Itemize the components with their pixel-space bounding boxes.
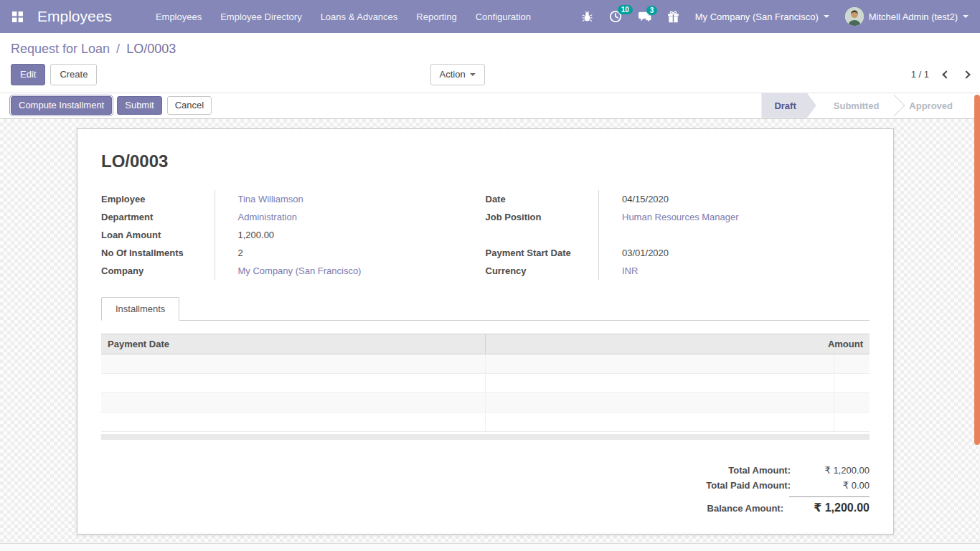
field-label-no-of-installments: No Of Installments xyxy=(101,244,215,262)
column-header-payment-date[interactable]: Payment Date xyxy=(101,334,486,354)
field-value-payment-start-date: 03/01/2020 xyxy=(599,244,870,262)
status-steps: Draft Submitted Approved xyxy=(761,93,980,118)
installments-table: Payment Date Amount xyxy=(101,334,870,432)
table-row[interactable] xyxy=(101,373,870,392)
field-label-loan-amount: Loan Amount xyxy=(101,226,215,244)
edit-button[interactable]: Edit xyxy=(11,64,45,85)
statusbar: Compute Installment Submit Cancel Draft … xyxy=(0,93,980,119)
field-value-currency[interactable]: INR xyxy=(599,262,870,280)
totals: Total Amount: ₹ 1,200.00 Total Paid Amou… xyxy=(654,463,870,517)
avatar xyxy=(845,7,864,26)
action-label: Action xyxy=(439,69,465,80)
form-view-background: LO/0003 Employee Tina Williamson Departm… xyxy=(0,119,980,548)
field-label-job-position: Job Position xyxy=(486,208,599,226)
apps-menu-icon[interactable] xyxy=(7,6,27,27)
compute-installment-button[interactable]: Compute Installment xyxy=(11,96,112,115)
field-groups: Employee Tina Williamson Department Admi… xyxy=(101,190,870,280)
debug-bug-icon[interactable] xyxy=(581,11,593,23)
field-label-company: Company xyxy=(101,262,215,280)
field-label-date: Date xyxy=(486,190,599,208)
table-row[interactable] xyxy=(101,392,870,412)
field-value-date: 04/15/2020 xyxy=(599,190,870,208)
tab-installments[interactable]: Installments xyxy=(101,297,179,321)
breadcrumb-current: LO/0003 xyxy=(126,42,176,56)
control-panel: Request for Loan / LO/0003 Edit Create A… xyxy=(0,33,980,93)
total-amount-value: ₹ 1,200.00 xyxy=(796,465,870,476)
messages-button[interactable]: 3 xyxy=(638,11,651,23)
field-value-loan-amount: 1,200.00 xyxy=(215,226,486,244)
menu-item-configuration[interactable]: Configuration xyxy=(466,0,540,33)
state-draft[interactable]: Draft xyxy=(761,93,816,118)
field-value-employee[interactable]: Tina Williamson xyxy=(215,190,486,208)
activity-count-badge: 10 xyxy=(618,5,633,14)
gift-icon xyxy=(667,11,679,23)
pager-value: 1 / 1 xyxy=(911,69,929,80)
vertical-scrollbar-thumb[interactable] xyxy=(974,95,980,445)
total-paid-amount-label: Total Paid Amount: xyxy=(706,480,791,491)
field-label-currency: Currency xyxy=(486,262,599,280)
form-sheet: LO/0003 Employee Tina Williamson Departm… xyxy=(77,128,894,534)
chevron-down-icon xyxy=(470,73,476,76)
column-header-amount[interactable]: Amount xyxy=(486,334,870,354)
table-row[interactable] xyxy=(101,354,870,373)
field-label-payment-start-date: Payment Start Date xyxy=(486,244,599,262)
menu-item-employee-directory[interactable]: Employee Directory xyxy=(211,0,311,33)
menu-item-employees[interactable]: Employees xyxy=(146,0,211,33)
field-label-department: Department xyxy=(101,208,215,226)
create-button[interactable]: Create xyxy=(50,64,97,85)
grid-icon xyxy=(12,11,23,22)
breadcrumb-parent-link[interactable]: Request for Loan xyxy=(11,42,110,56)
field-label-employee: Employee xyxy=(101,190,215,208)
total-amount-label: Total Amount: xyxy=(728,465,791,476)
company-name: My Company (San Francisco) xyxy=(695,11,819,22)
balance-amount-label: Balance Amount: xyxy=(707,503,783,514)
user-name: Mitchell Admin (test2) xyxy=(869,11,958,22)
tab-bar: Installments xyxy=(101,297,870,321)
menu-item-loans-advances[interactable]: Loans & Advances xyxy=(311,0,407,33)
field-group-left: Employee Tina Williamson Department Admi… xyxy=(101,190,486,280)
chevron-down-icon xyxy=(824,15,829,18)
breadcrumb-separator: / xyxy=(113,42,123,56)
horizontal-scrollbar-track xyxy=(0,543,980,551)
company-switcher[interactable]: My Company (San Francisco) xyxy=(695,11,829,22)
systray: 10 3 My Company (San Francisco) xyxy=(581,7,969,26)
activities-button[interactable]: 10 xyxy=(609,10,622,23)
menu-item-reporting[interactable]: Reporting xyxy=(407,0,466,33)
user-menu[interactable]: Mitchell Admin (test2) xyxy=(845,7,969,26)
field-value-department[interactable]: Administration xyxy=(215,208,486,226)
notebook: Installments Payment Date Amount xyxy=(101,297,870,440)
balance-amount-value: ₹ 1,200.00 xyxy=(789,496,870,514)
pager-next-icon[interactable] xyxy=(962,70,970,78)
pager: 1 / 1 xyxy=(911,69,969,80)
field-row-spacer xyxy=(486,226,870,244)
total-paid-amount-value: ₹ 0.00 xyxy=(796,480,870,491)
action-dropdown-button[interactable]: Action xyxy=(430,64,484,85)
chevron-down-icon xyxy=(963,15,969,18)
field-value-company[interactable]: My Company (San Francisco) xyxy=(215,262,486,280)
field-value-no-of-installments: 2 xyxy=(215,244,486,262)
list-footer xyxy=(101,434,870,440)
app-title[interactable]: Employees xyxy=(37,8,112,25)
top-navbar: Employees Employees Employee Directory L… xyxy=(0,0,980,33)
bug-icon xyxy=(581,11,593,23)
gift-button[interactable] xyxy=(667,11,679,23)
pager-previous-icon[interactable] xyxy=(942,70,950,78)
cancel-button[interactable]: Cancel xyxy=(167,96,212,115)
control-panel-buttons: Edit Create Action 1 / 1 xyxy=(11,64,969,93)
record-title: LO/0003 xyxy=(101,151,870,171)
message-count-badge: 3 xyxy=(646,6,658,15)
submit-button[interactable]: Submit xyxy=(117,96,161,115)
main-menu: Employees Employee Directory Loans & Adv… xyxy=(146,0,540,33)
breadcrumb: Request for Loan / LO/0003 xyxy=(11,42,969,57)
field-group-right: Date 04/15/2020 Job Position Human Resou… xyxy=(486,190,870,280)
field-value-job-position[interactable]: Human Resources Manager xyxy=(599,208,870,226)
table-row[interactable] xyxy=(101,412,870,431)
